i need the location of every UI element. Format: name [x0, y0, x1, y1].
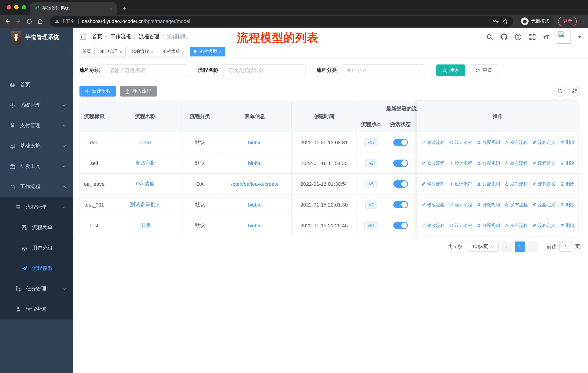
close-window-button[interactable] — [7, 5, 11, 10]
close-icon[interactable]: × — [219, 49, 222, 54]
font-size-icon[interactable]: тT — [543, 34, 549, 40]
tab-close-icon[interactable]: × — [110, 6, 112, 11]
goto-page-input[interactable] — [559, 242, 572, 252]
browser-tab[interactable]: 芋道管理系统 × — [30, 2, 117, 15]
update-button[interactable]: 更新 — [558, 17, 577, 26]
edit-process-link[interactable]: 修改流程 — [421, 202, 445, 208]
bookmark-star-icon[interactable] — [502, 18, 508, 24]
avatar[interactable] — [557, 30, 570, 44]
create-process-button[interactable]: 新建流程 — [79, 86, 116, 97]
fullscreen-icon[interactable] — [529, 33, 536, 40]
sidebar-item-infrastructure[interactable]: 基础设施 — [0, 136, 73, 156]
delete-link[interactable]: 删除 — [560, 160, 574, 166]
tag-home[interactable]: 首页 — [79, 47, 95, 56]
status-toggle[interactable] — [393, 222, 408, 229]
sidebar-collapse-icon[interactable] — [79, 33, 86, 40]
process-name-link[interactable]: OA 请假 — [136, 181, 155, 187]
url-text[interactable]: dashboard.yudao.iocoder.cn/bpm/manager/m… — [82, 19, 490, 24]
assign-rule-link[interactable]: 分配规则 — [477, 139, 500, 146]
sidebar-item-home[interactable]: 首页 — [0, 75, 73, 95]
publish-process-link[interactable]: 发布流程 — [504, 181, 528, 187]
search-button[interactable]: 搜索 — [436, 64, 465, 76]
status-toggle[interactable] — [393, 139, 408, 146]
category-select[interactable]: 流程分类 — [342, 64, 425, 76]
security-warning[interactable]: 不安全 — [55, 18, 75, 24]
breadcrumb-home[interactable]: 首页 — [92, 33, 102, 40]
tag-my-process[interactable]: 我的流程× — [128, 47, 157, 56]
version-tag[interactable]: v17 — [364, 138, 378, 146]
form-link[interactable]: biubiu — [248, 222, 262, 228]
sidebar-item-process-management[interactable]: 流程管理 — [0, 197, 73, 217]
minimize-window-button[interactable] — [14, 5, 19, 10]
assign-rule-link[interactable]: 分配规则 — [477, 160, 500, 166]
process-id-input[interactable] — [105, 64, 187, 76]
publish-process-link[interactable]: 发布流程 — [504, 202, 528, 208]
delete-link[interactable]: 删除 — [560, 222, 574, 229]
design-process-link[interactable]: 设计流程 — [449, 222, 472, 229]
status-toggle[interactable] — [393, 201, 408, 208]
process-name-link[interactable]: eeee — [140, 140, 151, 145]
sidebar-logo[interactable]: 芋道管理系统 — [0, 28, 73, 46]
close-icon[interactable]: × — [151, 49, 153, 54]
design-process-link[interactable]: 设计流程 — [449, 139, 472, 146]
reload-icon[interactable] — [26, 18, 32, 24]
delete-link[interactable]: 删除 — [560, 139, 574, 146]
page-1-button[interactable]: 1 — [515, 242, 525, 252]
sidebar-item-system[interactable]: 系统管理 — [0, 95, 73, 115]
prev-page-button[interactable]: ‹ — [502, 242, 512, 252]
sidebar-item-process-form[interactable]: 流程表单 — [0, 217, 73, 238]
status-toggle[interactable] — [393, 180, 408, 188]
assign-rule-link[interactable]: 分配规则 — [477, 202, 500, 208]
tag-process-form[interactable]: 流程表单× — [159, 47, 188, 56]
version-tag[interactable]: v2 — [365, 159, 377, 167]
breadcrumb-process-management[interactable]: 流程管理 — [139, 33, 159, 40]
github-icon[interactable] — [501, 33, 508, 40]
process-name-link[interactable]: 测试多审批人 — [130, 202, 161, 208]
process-definition-link[interactable]: 流程定义 — [532, 139, 555, 146]
import-process-button[interactable]: 导入流程 — [120, 86, 157, 97]
maximize-window-button[interactable] — [22, 5, 26, 10]
publish-process-link[interactable]: 发布流程 — [504, 139, 528, 146]
edit-process-link[interactable]: 修改流程 — [421, 160, 445, 166]
delete-link[interactable]: 删除 — [560, 181, 574, 187]
process-definition-link[interactable]: 流程定义 — [532, 181, 555, 187]
sidebar-item-workflow[interactable]: 工作流程 — [0, 177, 73, 197]
form-link[interactable]: /bpm/oa/leave/create — [231, 181, 279, 187]
key-icon[interactable] — [493, 18, 499, 24]
sidebar-item-payment[interactable]: ¥ 支付管理 — [0, 115, 73, 136]
process-definition-link[interactable]: 流程定义 — [532, 202, 555, 208]
sidebar-item-dev-tools[interactable]: 研发工具 — [0, 156, 73, 177]
back-icon[interactable] — [4, 18, 10, 24]
publish-process-link[interactable]: 发布流程 — [504, 160, 528, 166]
sidebar-item-leave-query[interactable]: 请假查询 — [0, 299, 73, 320]
version-tag[interactable]: v21 — [364, 222, 378, 230]
delete-link[interactable]: 删除 — [560, 202, 574, 208]
process-definition-link[interactable]: 流程定义 — [532, 160, 555, 166]
assign-rule-link[interactable]: 分配规则 — [477, 222, 500, 229]
sidebar-item-process-model[interactable]: 流程模型 — [0, 258, 73, 279]
edit-process-link[interactable]: 修改流程 — [421, 222, 445, 229]
breadcrumb-workflow[interactable]: 工作流程 — [110, 33, 131, 40]
home-icon[interactable] — [37, 18, 43, 24]
form-link[interactable]: biubiu — [248, 160, 262, 166]
form-link[interactable]: biubiu — [248, 202, 262, 208]
close-icon[interactable]: × — [182, 49, 185, 54]
forward-icon[interactable] — [15, 18, 21, 24]
process-definition-link[interactable]: 流程定义 — [532, 222, 555, 229]
publish-process-link[interactable]: 发布流程 — [504, 222, 528, 229]
new-tab-button[interactable]: + — [123, 5, 126, 12]
reset-button[interactable]: 重置 — [470, 64, 498, 76]
tag-process-model[interactable]: 流程模型× — [190, 47, 225, 56]
url-bar[interactable]: 不安全 dashboard.yudao.iocoder.cn/bpm/manag… — [50, 16, 513, 26]
edit-process-link[interactable]: 修改流程 — [421, 139, 445, 146]
design-process-link[interactable]: 设计流程 — [449, 160, 472, 166]
close-icon[interactable]: × — [120, 49, 122, 54]
avatar-caret-icon[interactable] — [578, 36, 581, 38]
search-icon[interactable] — [486, 33, 494, 40]
status-toggle[interactable] — [393, 160, 408, 167]
process-name-input[interactable] — [223, 64, 305, 76]
window-controls[interactable] — [7, 5, 26, 10]
form-link[interactable]: biubiu — [248, 140, 262, 145]
browser-menu-icon[interactable]: ⋮ — [581, 20, 584, 22]
sidebar-item-user-group[interactable]: 用户分组 — [0, 238, 73, 258]
